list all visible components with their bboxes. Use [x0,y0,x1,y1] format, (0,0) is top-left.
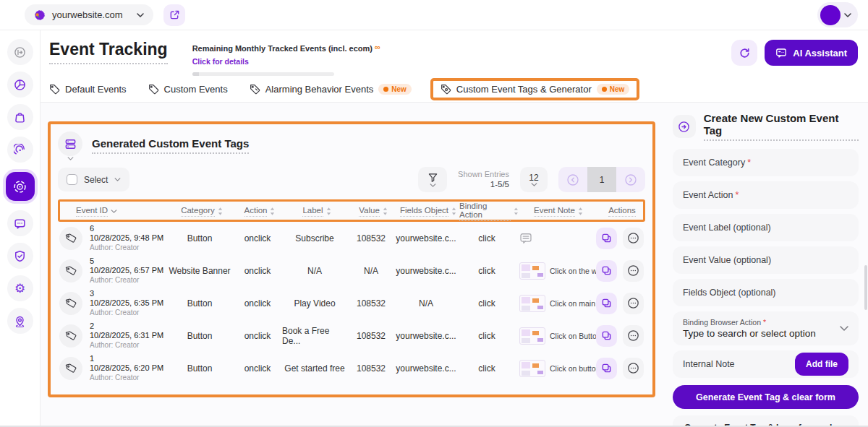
create-tag-panel: Create New Custom Event Tag Event Catego… [655,103,868,426]
event-value-field[interactable]: Event Value (optional) [673,246,859,274]
cell-label: N/A [282,266,347,276]
tag-icon [59,227,82,250]
event-datetime: 10/28/2025, 6:20 PM [90,363,163,374]
col-fields-object[interactable]: Fields Object [400,206,448,217]
cell-value: 108532 [347,331,395,341]
note-thumbnail[interactable] [519,360,545,377]
sidebar-collapse-button[interactable] [7,39,33,65]
tag-icon [148,84,159,95]
col-value[interactable]: Value [359,206,380,217]
col-actions: Actions [608,206,636,217]
tab-label: Default Events [65,84,127,95]
copy-tag-button[interactable] [596,228,617,249]
internal-note-field[interactable]: Internal Note Add file [673,350,859,378]
event-author: Author: Creator [90,341,163,350]
col-event-id[interactable]: Event ID [76,206,108,217]
select-dropdown[interactable]: Select [58,168,129,191]
more-actions-button[interactable] [623,325,644,347]
generate-clear-button[interactable]: Generate Event Tag & clear form [673,385,859,409]
col-event-note[interactable]: Event Note [534,206,575,217]
copy-tag-button[interactable] [596,325,617,347]
prev-page-button[interactable] [558,167,587,192]
topbar: yourwebsite.com [0,0,868,30]
sidebar-item-event-tracking[interactable] [6,172,35,201]
add-file-button[interactable]: Add file [795,353,848,376]
fields-object-field[interactable]: Fields Object (optional) [673,279,859,306]
more-actions-button[interactable] [623,228,644,249]
sidebar-item-feedback[interactable] [7,210,33,236]
table-controls: Select [58,167,645,192]
sidebar-item-heatmaps[interactable] [7,137,33,163]
table-row[interactable]: 210/28/2025, 6:31 PMAuthor: Creator Butt… [58,319,645,352]
panel-collapse-button[interactable] [673,115,696,138]
cell-binding-action: click [457,233,516,243]
note-thumbnail[interactable] [519,295,545,312]
scrollbar-thumb[interactable] [864,265,867,310]
event-datetime: 10/28/2025, 9:48 PM [90,233,163,243]
table-row[interactable]: 310/28/2025, 6:35 PMAuthor: Creator Butt… [58,287,645,319]
tab-custom-event-tags-generator-annotated[interactable]: Custom Event Tags & Generator New [430,78,639,100]
event-id: 3 [90,289,163,299]
table-menu-button[interactable] [58,131,82,156]
copy-tag-button[interactable] [596,260,617,282]
col-category[interactable]: Category [181,206,215,217]
filter-button[interactable] [418,167,447,192]
binding-browser-action-select[interactable]: Binding Browser Action* Type to search o… [673,311,859,345]
event-author: Author: Creator [90,309,163,318]
website-name: yourwebsite.com [52,9,123,20]
more-actions-button[interactable] [623,260,644,282]
col-label[interactable]: Label [302,206,323,217]
event-category-field[interactable]: Event Category* [673,149,859,176]
col-action[interactable]: Action [244,206,268,217]
select-label: Select [84,175,108,185]
copy-tag-button[interactable] [596,293,617,314]
col-binding-action[interactable]: Binding Action [459,202,511,221]
sidebar-item-conversion-paths[interactable] [7,308,33,334]
table-row[interactable]: 610/28/2025, 9:48 PMAuthor: Creator Butt… [58,222,645,254]
cell-category: Button [166,233,233,243]
event-label-field[interactable]: Event Label (optional) [673,214,859,241]
next-page-button[interactable] [616,167,645,192]
note-thumbnail[interactable] [519,262,545,280]
event-action-field[interactable]: Event Action* [673,181,859,209]
cell-fields-object: yourwebsite.c... [395,331,457,341]
generate-keep-button[interactable]: Generate Event Tag & keep form values [673,415,859,427]
field-label: Event Value (optional) [683,255,771,265]
remaining-events-label: Remaining Monthly Tracked Events (incl. … [192,44,373,53]
table-row[interactable]: 110/28/2025, 6:20 PMAuthor: Creator Butt… [58,352,645,384]
cell-label: Subscribe [282,233,347,243]
tab-label: Custom Events [164,84,228,95]
sidebar-item-seo[interactable] [7,243,33,269]
click-for-details-link[interactable]: Click for details [192,57,249,66]
page-size-dropdown[interactable]: 12 [520,167,548,192]
cell-action: onclick [233,233,282,243]
ai-assistant-button[interactable]: AI Assistant [765,40,858,66]
website-switcher[interactable]: yourwebsite.com [25,4,153,25]
cell-fields-object: yourwebsite.c... [395,266,457,276]
required-asterisk: * [736,190,739,200]
table-row[interactable]: 510/28/2025, 6:57 PMAuthor: Creator Webs… [58,254,645,287]
tab-alarming-behavior-events[interactable]: Alarming Behavior Events New [250,84,412,95]
current-page[interactable]: 1 [587,167,616,192]
page-title: Event Tracking [49,40,168,64]
refresh-button[interactable] [731,40,757,66]
tab-default-events[interactable]: Default Events [49,84,127,95]
more-actions-button[interactable] [623,293,644,314]
user-menu[interactable] [817,2,858,27]
pagination: 1 [558,167,645,192]
tab-custom-events[interactable]: Custom Events [148,84,228,95]
event-id: 1 [90,354,163,364]
open-website-button[interactable] [163,4,185,26]
note-text: Click on Button... [550,332,596,340]
chevron-down-icon[interactable] [67,157,74,160]
more-actions-button[interactable] [623,358,644,379]
select-all-checkbox[interactable] [67,174,77,185]
chevron-down-icon [840,326,848,331]
arrow-right-circle-icon [624,173,637,186]
cell-action: onclick [233,363,282,374]
copy-tag-button[interactable] [596,358,617,379]
sidebar-item-dashboard[interactable] [7,72,33,98]
sidebar-item-settings[interactable]: ⚙ [7,275,33,301]
sidebar-item-ecommerce[interactable] [7,104,33,130]
note-thumbnail[interactable] [519,327,545,345]
